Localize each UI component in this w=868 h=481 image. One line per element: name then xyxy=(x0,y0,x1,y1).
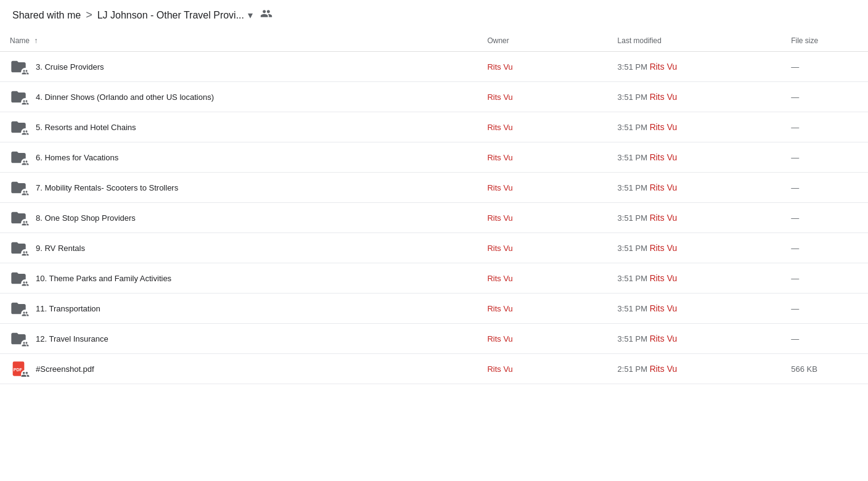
cell-name: 6. Homes for Vacations xyxy=(0,142,477,173)
cell-file-size: — xyxy=(781,233,868,263)
file-name: 8. One Stop Shop Providers xyxy=(36,213,136,223)
modified-time: 3:51 PM xyxy=(618,123,650,132)
table-row[interactable]: 5. Resorts and Hotel Chains Rits Vu 3:51… xyxy=(0,112,868,142)
cell-owner: Rits Vu xyxy=(477,173,607,203)
pdf-file-icon: PDF xyxy=(10,360,27,377)
cell-file-size: — xyxy=(781,52,868,82)
modified-owner-name[interactable]: Rits Vu xyxy=(650,364,678,374)
file-size-value: — xyxy=(791,183,799,192)
modified-owner-name[interactable]: Rits Vu xyxy=(650,122,678,132)
shared-folder-icon xyxy=(10,269,27,287)
table-row[interactable]: 6. Homes for Vacations Rits Vu 3:51 PM R… xyxy=(0,142,868,173)
column-header-file-size[interactable]: File size xyxy=(781,30,868,52)
people-icon[interactable] xyxy=(260,7,272,23)
cell-owner: Rits Vu xyxy=(477,112,607,142)
cell-owner: Rits Vu xyxy=(477,203,607,233)
shared-badge-icon xyxy=(21,279,30,288)
pdf-shared-badge-icon xyxy=(21,370,30,379)
cell-file-size: — xyxy=(781,294,868,324)
cell-file-size: — xyxy=(781,263,868,294)
file-size-value: — xyxy=(791,304,799,313)
modified-owner-name[interactable]: Rits Vu xyxy=(650,334,678,343)
owner-name[interactable]: Rits Vu xyxy=(487,62,512,72)
modified-time: 3:51 PM xyxy=(618,274,650,283)
breadcrumb-shared-with-me[interactable]: Shared with me xyxy=(12,10,81,21)
cell-name: PDF #Screenshot.pdf xyxy=(0,354,477,384)
owner-name[interactable]: Rits Vu xyxy=(487,334,512,343)
file-size-value: — xyxy=(791,274,799,283)
file-name: 12. Travel Insurance xyxy=(36,334,108,343)
table-row[interactable]: 12. Travel Insurance Rits Vu 3:51 PM Rit… xyxy=(0,324,868,354)
modified-owner-name[interactable]: Rits Vu xyxy=(650,303,678,313)
file-size-value: — xyxy=(791,123,799,132)
breadcrumb-current-folder[interactable]: LJ Johnson - Other Travel Provi... ▾ xyxy=(97,9,253,21)
cell-name: 3. Cruise Providers xyxy=(0,52,477,82)
modified-owner-name[interactable]: Rits Vu xyxy=(650,273,678,283)
shared-folder-icon xyxy=(10,149,27,166)
column-header-name[interactable]: Name ↑ xyxy=(0,30,477,52)
cell-owner: Rits Vu xyxy=(477,142,607,173)
modified-owner-name[interactable]: Rits Vu xyxy=(650,92,678,102)
file-name: 9. RV Rentals xyxy=(36,244,85,253)
table-header-row: Name ↑ Owner Last modified File size xyxy=(0,30,868,52)
cell-name: 12. Travel Insurance xyxy=(0,324,477,354)
table-row[interactable]: 4. Dinner Shows (Orlando and other US lo… xyxy=(0,82,868,112)
cell-owner: Rits Vu xyxy=(477,294,607,324)
modified-owner-name[interactable]: Rits Vu xyxy=(650,62,678,72)
shared-folder-icon xyxy=(10,118,27,136)
table-row[interactable]: PDF #Screenshot.pdf Rits Vu 2:51 PM Rits… xyxy=(0,354,868,384)
modified-owner-name[interactable]: Rits Vu xyxy=(650,183,678,192)
table-row[interactable]: 8. One Stop Shop Providers Rits Vu 3:51 … xyxy=(0,203,868,233)
cell-name: 10. Theme Parks and Family Activities xyxy=(0,263,477,294)
column-header-owner[interactable]: Owner xyxy=(477,30,607,52)
file-name: 6. Homes for Vacations xyxy=(36,153,118,162)
cell-modified: 2:51 PM Rits Vu xyxy=(608,354,782,384)
modified-owner-name[interactable]: Rits Vu xyxy=(650,152,678,162)
modified-time: 3:51 PM xyxy=(618,183,650,192)
cell-file-size: — xyxy=(781,173,868,203)
shared-folder-icon xyxy=(10,209,27,226)
table-row[interactable]: 11. Transportation Rits Vu 3:51 PM Rits … xyxy=(0,294,868,324)
shared-badge-icon xyxy=(21,98,30,107)
shared-folder-icon xyxy=(10,330,27,347)
owner-name[interactable]: Rits Vu xyxy=(487,213,512,223)
modified-time: 2:51 PM xyxy=(618,364,650,374)
shared-badge-icon xyxy=(21,189,30,197)
cell-modified: 3:51 PM Rits Vu xyxy=(608,173,782,203)
cell-name: 8. One Stop Shop Providers xyxy=(0,203,477,233)
file-size-value: — xyxy=(791,244,799,253)
file-name: #Screenshot.pdf xyxy=(36,364,94,374)
owner-name[interactable]: Rits Vu xyxy=(487,244,512,253)
shared-folder-icon xyxy=(10,58,27,75)
cell-file-size: — xyxy=(781,82,868,112)
cell-owner: Rits Vu xyxy=(477,354,607,384)
owner-name[interactable]: Rits Vu xyxy=(487,153,512,162)
cell-modified: 3:51 PM Rits Vu xyxy=(608,294,782,324)
table-row[interactable]: 3. Cruise Providers Rits Vu 3:51 PM Rits… xyxy=(0,52,868,82)
modified-owner-name[interactable]: Rits Vu xyxy=(650,213,678,223)
table-row[interactable]: 7. Mobility Rentals- Scooters to Strolle… xyxy=(0,173,868,203)
modified-time: 3:51 PM xyxy=(618,244,650,253)
cell-owner: Rits Vu xyxy=(477,233,607,263)
cell-file-size: — xyxy=(781,112,868,142)
owner-name[interactable]: Rits Vu xyxy=(487,183,512,192)
shared-folder-icon xyxy=(10,88,27,105)
file-name: 3. Cruise Providers xyxy=(36,62,104,72)
cell-modified: 3:51 PM Rits Vu xyxy=(608,324,782,354)
sort-ascending-icon: ↑ xyxy=(34,36,38,45)
modified-owner-name[interactable]: Rits Vu xyxy=(650,243,678,253)
cell-modified: 3:51 PM Rits Vu xyxy=(608,52,782,82)
modified-time: 3:51 PM xyxy=(618,92,650,102)
column-header-last-modified[interactable]: Last modified xyxy=(608,30,782,52)
cell-file-size: — xyxy=(781,203,868,233)
table-row[interactable]: 10. Theme Parks and Family Activities Ri… xyxy=(0,263,868,294)
cell-modified: 3:51 PM Rits Vu xyxy=(608,82,782,112)
owner-name[interactable]: Rits Vu xyxy=(487,364,512,374)
cell-owner: Rits Vu xyxy=(477,324,607,354)
owner-name[interactable]: Rits Vu xyxy=(487,304,512,313)
cell-file-size: 566 KB xyxy=(781,354,868,384)
owner-name[interactable]: Rits Vu xyxy=(487,92,512,102)
owner-name[interactable]: Rits Vu xyxy=(487,123,512,132)
owner-name[interactable]: Rits Vu xyxy=(487,274,512,283)
table-row[interactable]: 9. RV Rentals Rits Vu 3:51 PM Rits Vu — xyxy=(0,233,868,263)
